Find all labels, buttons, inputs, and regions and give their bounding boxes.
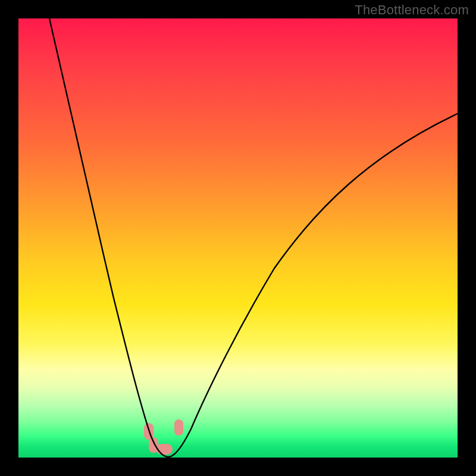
plot-area bbox=[18, 18, 458, 458]
marker-cluster bbox=[144, 419, 183, 455]
chart-frame: TheBottleneck.com bbox=[0, 0, 476, 476]
svg-rect-3 bbox=[174, 419, 183, 436]
bottleneck-curve bbox=[49, 18, 458, 457]
curve-layer bbox=[18, 18, 458, 458]
watermark-text: TheBottleneck.com bbox=[355, 2, 469, 18]
